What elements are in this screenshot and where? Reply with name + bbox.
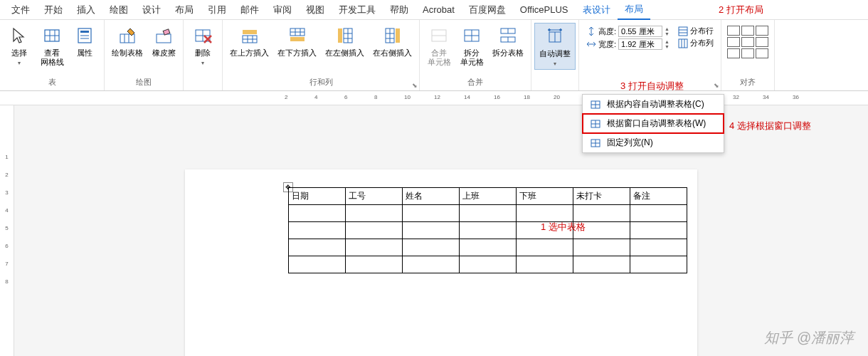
menu-item-4[interactable]: 设计 (135, 1, 168, 19)
menu-item-14[interactable]: OfficePLUS (513, 1, 576, 18)
menu-item-12[interactable]: Acrobat (416, 1, 462, 18)
table-header-cell[interactable]: 下班 (517, 188, 573, 205)
autofit-menu-item-1[interactable]: 根据窗口自动调整表格(W) (583, 114, 724, 133)
table-cell[interactable] (630, 239, 687, 256)
menu-item-13[interactable]: 百度网盘 (462, 1, 513, 19)
menu-item-10[interactable]: 开发工具 (332, 1, 383, 19)
group-launcher[interactable]: ⬊ (412, 82, 418, 89)
table-header-cell[interactable]: 未打卡 (573, 188, 630, 205)
table-cell[interactable] (573, 256, 630, 273)
insert-above-button[interactable]: 在上方插入 (226, 23, 273, 59)
menu-item-7[interactable]: 邮件 (233, 1, 266, 19)
table-cell[interactable] (403, 239, 460, 256)
menu-item-9[interactable]: 视图 (299, 1, 332, 19)
paper: ✥ 日期工号姓名上班下班未打卡备注 1 选中表格 (185, 169, 697, 356)
menu-item-11[interactable]: 帮助 (383, 1, 416, 19)
distribute-rows-button[interactable]: 分布行 (678, 26, 714, 36)
align-cell-4[interactable] (741, 37, 754, 47)
table-cell[interactable] (460, 205, 517, 222)
table-cell[interactable] (630, 222, 687, 239)
height-input[interactable] (618, 26, 662, 37)
ribbon-group-3: 在上方插入在下方插入在左侧插入在右侧插入行和列⬊ (223, 20, 420, 90)
table-cell[interactable] (460, 256, 517, 273)
menu-item-15[interactable]: 表设计 (576, 1, 618, 19)
width-label: 宽度: (598, 39, 616, 50)
insert-below-button[interactable]: 在下方插入 (273, 23, 321, 59)
menu-item-label: 固定列宽(N) (607, 137, 653, 149)
table-cell[interactable] (517, 205, 573, 222)
menu-item-1[interactable]: 开始 (37, 1, 70, 19)
button-label: 合并单元格 (428, 48, 451, 67)
table-cell[interactable] (346, 222, 403, 239)
table-cell[interactable] (403, 205, 460, 222)
table-cell[interactable] (289, 239, 346, 256)
distribute-cols-button[interactable]: 分布列 (678, 38, 714, 48)
group-launcher[interactable]: ⬊ (714, 82, 719, 89)
autofit-button[interactable]: 自动调整▾ (534, 23, 576, 70)
delete-icon (191, 24, 214, 47)
menu-item-2[interactable]: 插入 (70, 1, 102, 19)
table-cell[interactable] (630, 256, 687, 273)
table-header-cell[interactable]: 备注 (630, 188, 687, 205)
height-spinner[interactable]: ▲▼ (665, 26, 669, 36)
table-cell[interactable] (460, 239, 517, 256)
height-row: 高度:▲▼ (586, 26, 669, 37)
align-cell-0[interactable] (727, 26, 740, 36)
autofit-menu-item-2[interactable]: 固定列宽(N) (583, 133, 724, 152)
width-input[interactable] (618, 38, 662, 50)
autofit-window-icon (590, 118, 601, 130)
table-cell[interactable] (289, 256, 346, 273)
menu-item-8[interactable]: 审阅 (266, 1, 299, 19)
table-cell[interactable] (289, 222, 346, 239)
grid-button[interactable]: 查看网格线 (36, 23, 68, 68)
table-cell[interactable] (573, 205, 630, 222)
cursor-button[interactable]: 选择▾ (3, 23, 36, 68)
insert-right-button[interactable]: 在右侧插入 (369, 23, 416, 59)
table-cell[interactable] (403, 256, 460, 273)
table-cell[interactable] (460, 222, 517, 239)
align-cell-2[interactable] (756, 26, 768, 36)
align-cell-1[interactable] (741, 26, 754, 36)
table-header-cell[interactable]: 上班 (460, 188, 517, 205)
eraser-button[interactable]: 橡皮擦 (147, 23, 180, 59)
table-cell[interactable] (346, 239, 403, 256)
split-table-button[interactable]: 拆分表格 (488, 23, 528, 59)
insert-left-button[interactable]: 在左侧插入 (321, 23, 369, 59)
autofit-menu-item-0[interactable]: 根据内容自动调整表格(C) (583, 95, 724, 114)
properties-button[interactable]: 属性 (68, 23, 101, 59)
table-cell[interactable] (346, 205, 403, 222)
align-cell-5[interactable] (756, 37, 768, 47)
table-cell[interactable] (630, 205, 687, 222)
merge-icon (428, 24, 450, 47)
table-cell[interactable] (289, 205, 346, 222)
width-spinner[interactable]: ▲▼ (665, 39, 669, 49)
table-cell[interactable] (517, 256, 573, 273)
table-header-cell[interactable]: 工号 (346, 188, 403, 205)
menu-item-3[interactable]: 绘图 (102, 1, 135, 19)
menu-item-5[interactable]: 布局 (168, 1, 201, 19)
ruler-vertical: 12345678 (0, 105, 14, 356)
merge-button[interactable]: 合并单元格 (423, 23, 455, 68)
menu-item-0[interactable]: 文件 (4, 1, 37, 19)
align-cell-3[interactable] (727, 37, 740, 47)
document-table[interactable]: 日期工号姓名上班下班未打卡备注 (288, 187, 687, 273)
ribbon-group-4: 合并单元格拆分单元格拆分表格合并 (420, 20, 531, 90)
table-cell[interactable] (573, 239, 630, 256)
table-header-cell[interactable]: 姓名 (403, 188, 460, 205)
align-cell-6[interactable] (727, 48, 740, 58)
button-label: 选择▾ (11, 48, 27, 67)
table-cell[interactable] (517, 239, 573, 256)
menu-item-16[interactable]: 布局 (618, 0, 650, 20)
document-area: 12345678 ✥ 日期工号姓名上班下班未打卡备注 1 选中表格 (0, 105, 868, 356)
menu-item-6[interactable]: 引用 (201, 1, 233, 19)
pencil-button[interactable]: 绘制表格 (107, 23, 147, 59)
fixed-width-icon (590, 137, 601, 149)
align-cell-8[interactable] (756, 48, 768, 58)
table-cell[interactable] (403, 222, 460, 239)
table-cell[interactable] (346, 256, 403, 273)
align-cell-7[interactable] (741, 48, 754, 58)
delete-button[interactable]: 删除▾ (186, 23, 219, 68)
table-header-cell[interactable]: 日期 (289, 188, 346, 205)
group-label: 表 (3, 75, 101, 89)
split-cell-button[interactable]: 拆分单元格 (455, 23, 488, 68)
